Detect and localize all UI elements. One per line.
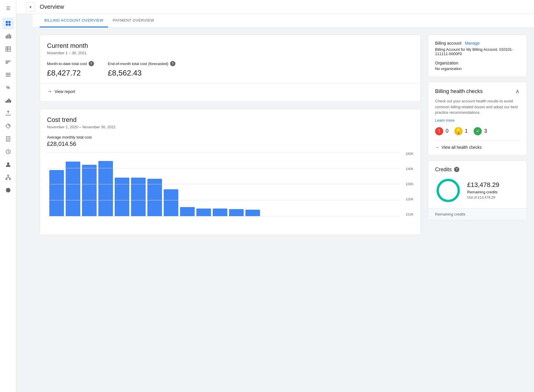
bar-b4 (98, 161, 113, 216)
svg-rect-29 (8, 175, 9, 176)
passed-count: 3 (484, 128, 487, 134)
health-stat-errors: ! 0 (435, 127, 449, 135)
bar-b11 (213, 209, 227, 216)
svg-rect-3 (8, 24, 11, 26)
bar-b2 (66, 162, 80, 216)
svg-point-28 (7, 162, 9, 165)
health-stat-passed: ✓ 3 (474, 127, 487, 135)
credits-footer: Remaining credits (428, 208, 527, 220)
error-count: 0 (446, 128, 449, 134)
svg-rect-4 (6, 36, 7, 38)
y-axis: £50K £40K £30K £20K £10K (406, 152, 413, 216)
sidebar-item-documents[interactable] (2, 133, 14, 145)
bar-b3 (82, 165, 97, 216)
svg-rect-31 (9, 178, 11, 180)
month-to-date-label: Month-to-date total cost ? (47, 61, 94, 66)
health-checks-header: Billing health checks ∧ (435, 88, 520, 95)
y-label-10k: £10K (406, 213, 413, 216)
arrow-right-icon-health: → (435, 145, 439, 150)
sidebar-item-history[interactable] (2, 146, 14, 158)
svg-rect-13 (6, 62, 9, 62)
end-of-month: End-of-month total cost (forecasted) ? £… (108, 61, 175, 78)
sidebar-item-budgets[interactable] (2, 56, 14, 68)
manage-link[interactable]: Manage (465, 41, 480, 46)
sidebar-item-export[interactable] (2, 107, 14, 119)
svg-rect-6 (9, 34, 10, 38)
sidebar-item-settings[interactable] (2, 184, 14, 196)
learn-more-link[interactable]: Learn more (435, 118, 454, 123)
right-column: Billing account Manage Billing Account f… (428, 35, 527, 385)
sidebar-item-table[interactable] (2, 43, 14, 55)
sidebar-menu-icon[interactable]: ☰ (2, 2, 14, 14)
avg-value: £28,014.56 (47, 141, 413, 147)
bar-chart: £50K £40K £30K £20K £10K (47, 152, 413, 228)
org-value: No organization (435, 66, 520, 71)
bar-b5 (115, 178, 129, 216)
svg-rect-19 (7, 100, 8, 103)
tab-payment-overview[interactable]: Payment Overview (108, 14, 159, 27)
credits-title: Credits (435, 167, 452, 173)
chevron-up-icon[interactable]: ∧ (515, 88, 520, 95)
bar-b6 (131, 178, 146, 216)
current-month-card: Current month November 1 – 30, 2021 Mont… (40, 35, 421, 102)
end-of-month-help-icon[interactable]: ? (170, 61, 175, 66)
bar-b1 (49, 170, 64, 216)
credits-donut-chart (435, 177, 461, 204)
y-label-30k: £30K (406, 182, 413, 186)
credits-remaining-label: Remaining credits (467, 190, 499, 194)
credits-info: £13,478.29 Remaining credits Out of £13,… (467, 181, 499, 200)
view-report-link[interactable]: → View report (47, 88, 413, 94)
svg-rect-7 (10, 35, 11, 38)
sidebar-item-hierarchy[interactable] (2, 172, 14, 183)
sidebar-item-analytics[interactable] (2, 94, 14, 106)
sidebar-item-percent[interactable]: % (2, 82, 14, 93)
cost-trend-title: Cost trend (47, 116, 413, 124)
billing-account-label: Billing account (435, 41, 461, 46)
tab-bar: Billing Account Overview Payment Overvie… (33, 14, 534, 28)
month-to-date: Month-to-date total cost ? £8,427.72 (47, 61, 94, 78)
org-label: Organization (435, 61, 520, 65)
bar-chart-inner (47, 152, 413, 216)
svg-rect-20 (8, 99, 10, 103)
sidebar: ☰ (0, 0, 16, 392)
bar-b12 (229, 209, 244, 216)
health-checks-card: Billing health checks ∧ Check out your a… (428, 82, 527, 156)
y-label-40k: £40K (406, 167, 413, 171)
health-desc: Check out your account health results to… (435, 98, 520, 116)
svg-rect-14 (6, 63, 8, 64)
warning-icon: 💡 (454, 127, 463, 135)
y-label-50k: £50K (406, 152, 413, 155)
sidebar-item-overview[interactable] (2, 18, 14, 29)
credits-amount: £13,478.29 (467, 181, 499, 189)
svg-rect-17 (6, 76, 11, 76)
sidebar-item-tags[interactable] (2, 120, 14, 132)
account-description: Billing Account for My Billing Account, … (435, 47, 520, 56)
credits-header: Credits ? (435, 167, 520, 173)
tab-billing-overview[interactable]: Billing Account Overview (40, 14, 108, 27)
error-icon: ! (435, 127, 443, 135)
bar-b9 (180, 207, 195, 216)
credits-body: £13,478.29 Remaining credits Out of £13,… (435, 177, 520, 204)
svg-rect-2 (6, 24, 8, 26)
bar-b13 (245, 210, 260, 216)
svg-rect-15 (6, 73, 11, 74)
svg-rect-21 (10, 100, 11, 103)
svg-rect-8 (6, 47, 11, 51)
month-to-date-help-icon[interactable]: ? (89, 61, 94, 66)
sidebar-item-list[interactable] (2, 69, 14, 80)
billing-account-row: Billing account Manage (435, 41, 520, 46)
billing-account-card: Billing account Manage Billing Account f… (428, 35, 527, 77)
credits-help-icon[interactable]: ? (454, 167, 459, 172)
bar-b8 (164, 189, 178, 216)
credits-card: Credits ? £13,478.29 Remaining credits O… (428, 160, 527, 220)
view-all-health-link[interactable]: → View all health checks (435, 140, 520, 150)
current-month-subtitle: November 1 – 30, 2021 (47, 51, 413, 55)
svg-point-38 (438, 180, 459, 201)
svg-rect-12 (6, 61, 11, 61)
sidebar-item-reports[interactable] (2, 30, 14, 42)
avg-label: Average monthly total cost (47, 135, 413, 139)
svg-rect-30 (6, 178, 7, 180)
svg-rect-5 (7, 35, 8, 38)
sidebar-item-users[interactable] (2, 159, 14, 170)
end-of-month-label: End-of-month total cost (forecasted) ? (108, 61, 175, 66)
